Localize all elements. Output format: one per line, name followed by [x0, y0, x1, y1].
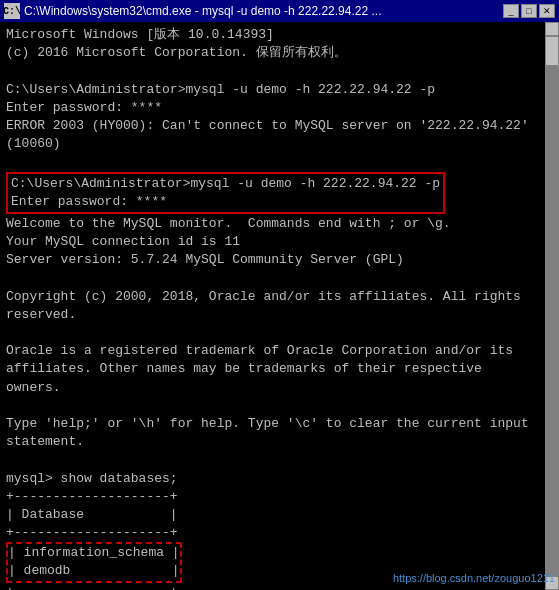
output-line-7: (10060) [6, 135, 553, 153]
output-line-17: Oracle is a registered trademark of Orac… [6, 342, 553, 360]
console-output: Microsoft Windows [版本 10.0.14393] (c) 20… [0, 22, 559, 590]
output-line-8 [6, 153, 553, 171]
output-line-19: owners. [6, 379, 553, 397]
scrollbar-track [545, 36, 559, 576]
highlight-section: C:\Users\Administrator>mysql -u demo -h … [6, 172, 445, 214]
output-line-21: Type 'help;' or '\h' for help. Type '\c'… [6, 415, 553, 433]
table-border-top: +--------------------+ [6, 488, 553, 506]
output-line-6: ERROR 2003 (HY000): Can't connect to MyS… [6, 117, 553, 135]
output-line-20 [6, 397, 553, 415]
output-line-5: Enter password: **** [6, 99, 553, 117]
title-bar: C:\ C:\Windows\system32\cmd.exe - mysql … [0, 0, 559, 22]
output-line-9-pass: Enter password: **** [11, 193, 440, 211]
title-buttons: _ □ ✕ [503, 4, 555, 18]
window-title: C:\Windows\system32\cmd.exe - mysql -u d… [24, 4, 381, 18]
output-line-15: reserved. [6, 306, 553, 324]
scrollbar-thumb[interactable] [545, 36, 559, 66]
cmd-icon: C:\ [4, 3, 20, 19]
output-line-3 [6, 62, 553, 80]
output-line-11: Your MySQL connection id is 11 [6, 233, 553, 251]
minimize-button[interactable]: _ [503, 4, 519, 18]
output-line-23 [6, 451, 553, 469]
table-row-2: | demodb | [8, 562, 180, 580]
table-row-1: | information_schema | [8, 544, 180, 562]
watermark: https://blog.csdn.net/zouguo1211 [393, 571, 555, 586]
scroll-up-button[interactable]: ▲ [545, 22, 559, 36]
output-line-10: Welcome to the MySQL monitor. Commands e… [6, 215, 553, 233]
output-line-18: affiliates. Other names may be trademark… [6, 360, 553, 378]
output-line-14: Copyright (c) 2000, 2018, Oracle and/or … [6, 288, 553, 306]
output-line-16 [6, 324, 553, 342]
show-databases-cmd: mysql> show databases; [6, 470, 553, 488]
table-border-mid: +--------------------+ [6, 524, 553, 542]
output-line-2: (c) 2016 Microsoft Corporation. 保留所有权利。 [6, 44, 553, 62]
output-line-22: statement. [6, 433, 553, 451]
table-rows-highlight: | information_schema | | demodb | [6, 542, 182, 582]
output-line-13 [6, 269, 553, 287]
table-header: | Database | [6, 506, 553, 524]
maximize-button[interactable]: □ [521, 4, 537, 18]
title-bar-left: C:\ C:\Windows\system32\cmd.exe - mysql … [4, 3, 381, 19]
output-line-4: C:\Users\Administrator>mysql -u demo -h … [6, 81, 553, 99]
cmd-window: C:\ C:\Windows\system32\cmd.exe - mysql … [0, 0, 559, 590]
output-line-1: Microsoft Windows [版本 10.0.14393] [6, 26, 553, 44]
output-line-9-cmd: C:\Users\Administrator>mysql -u demo -h … [11, 175, 440, 193]
scrollbar[interactable]: ▲ ▼ [545, 22, 559, 590]
output-line-12: Server version: 5.7.24 MySQL Community S… [6, 251, 553, 269]
close-button[interactable]: ✕ [539, 4, 555, 18]
